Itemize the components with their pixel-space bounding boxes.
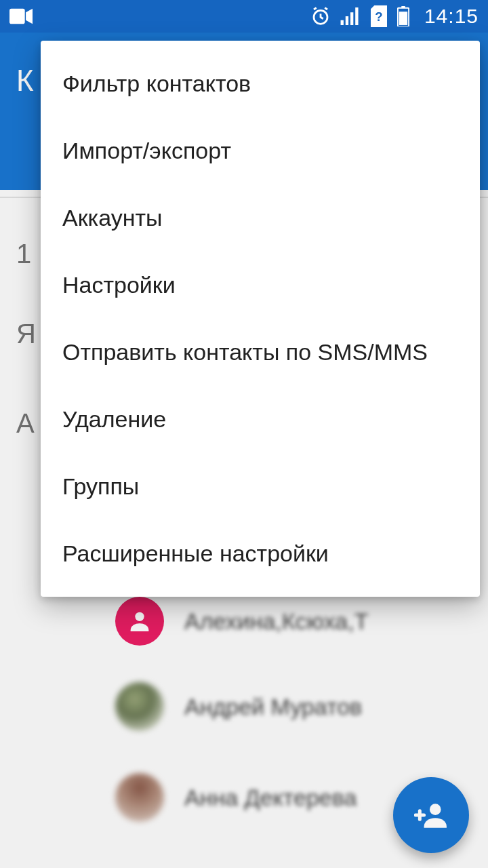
menu-item-delete[interactable]: Удаление: [41, 386, 480, 453]
menu-item-accounts[interactable]: Аккаунты: [41, 184, 480, 252]
status-left: [9, 8, 33, 24]
status-bar: ? 14:15: [0, 0, 488, 33]
svg-rect-0: [9, 9, 25, 24]
menu-item-advanced-settings[interactable]: Расширенные настройки: [41, 520, 480, 587]
alarm-icon: [310, 6, 331, 26]
signal-icon: [340, 7, 361, 25]
menu-item-settings[interactable]: Настройки: [41, 252, 480, 319]
status-time: 14:15: [424, 5, 479, 28]
battery-icon: [397, 6, 409, 26]
svg-rect-3: [346, 16, 348, 25]
svg-rect-2: [340, 20, 343, 25]
overflow-menu: Фильтр контактов Импорт/экспорт Аккаунты…: [41, 41, 480, 597]
sim-unknown-icon: ?: [370, 5, 388, 27]
status-right: ? 14:15: [310, 5, 479, 28]
menu-item-import-export[interactable]: Импорт/экспорт: [41, 117, 480, 184]
videocam-icon: [9, 8, 33, 24]
svg-text:?: ?: [375, 9, 382, 24]
svg-rect-4: [350, 12, 353, 25]
menu-item-send-sms-mms[interactable]: Отправить контакты по SMS/MMS: [41, 319, 480, 386]
menu-item-filter-contacts[interactable]: Фильтр контактов: [41, 50, 480, 117]
menu-item-groups[interactable]: Группы: [41, 453, 480, 520]
svg-rect-5: [355, 7, 358, 25]
svg-rect-9: [399, 12, 407, 25]
